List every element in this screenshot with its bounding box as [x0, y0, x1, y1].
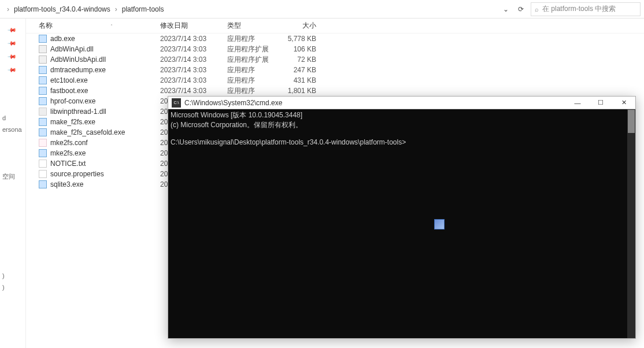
file-row[interactable]: fastboot.exe2023/7/14 3:03应用程序1,801 KB — [26, 86, 644, 96]
file-row[interactable]: dmtracedump.exe2023/7/14 3:03应用程序247 KB — [26, 65, 644, 75]
file-icon — [39, 108, 47, 116]
file-row[interactable]: adb.exe2023/7/14 3:03应用程序5,778 KB — [26, 34, 644, 44]
file-name: mke2fs.exe — [50, 149, 86, 157]
file-icon — [39, 35, 47, 43]
file-size: 5,778 KB — [280, 35, 316, 43]
file-date: 2023/7/14 3:03 — [160, 87, 227, 95]
file-name: hprof-conv.exe — [50, 97, 96, 105]
file-size: 72 KB — [280, 55, 316, 64]
refresh-icon[interactable]: ⟳ — [518, 5, 524, 13]
cmd-title: C:\Windows\System32\cmd.exe — [184, 99, 566, 107]
cmd-output[interactable]: Microsoft Windows [版本 10.0.19045.3448] (… — [168, 109, 635, 338]
file-name-cell: NOTICE.txt — [39, 160, 160, 168]
scrollbar[interactable] — [627, 109, 635, 338]
dropdown-icon[interactable]: ⌄ — [503, 5, 509, 13]
file-name: sqlite3.exe — [50, 180, 83, 188]
file-icon — [39, 128, 47, 136]
file-name: make_f2fs_casefold.exe — [50, 128, 125, 136]
file-icon — [39, 170, 47, 178]
col-type[interactable]: 类型 — [227, 21, 280, 31]
maximize-button[interactable]: ☐ — [589, 97, 612, 109]
file-name-cell: make_f2fs.exe — [39, 118, 160, 126]
file-name: etc1tool.exe — [50, 76, 88, 84]
file-date: 2023/7/14 3:03 — [160, 55, 227, 64]
file-size: 431 KB — [280, 76, 316, 84]
close-button[interactable]: ✕ — [612, 97, 635, 109]
file-name-cell: libwinpthread-1.dll — [39, 108, 160, 116]
file-icon — [39, 180, 47, 188]
minimize-button[interactable]: — — [566, 97, 589, 109]
file-date: 2023/7/14 3:03 — [160, 76, 227, 84]
file-name: fastboot.exe — [50, 87, 88, 95]
file-name: make_f2fs.exe — [50, 118, 95, 126]
file-row[interactable]: AdbWinUsbApi.dll2023/7/14 3:03应用程序扩展72 K… — [26, 54, 644, 65]
file-date: 2023/7/14 3:03 — [160, 66, 227, 74]
side-label: ) — [0, 270, 25, 282]
file-type: 应用程序 — [227, 86, 280, 96]
file-name: libwinpthread-1.dll — [50, 108, 106, 116]
file-type: 应用程序扩展 — [227, 45, 280, 54]
file-icon — [39, 66, 47, 74]
file-icon — [39, 149, 47, 157]
chevron-right-icon: › — [5, 5, 12, 13]
col-date[interactable]: 修改日期 — [160, 21, 227, 31]
file-name: adb.exe — [50, 35, 75, 43]
scrollbar-thumb[interactable] — [628, 110, 635, 133]
file-name-cell: dmtracedump.exe — [39, 66, 160, 74]
file-size: 247 KB — [280, 66, 316, 74]
file-type: 应用程序 — [227, 65, 280, 75]
address-bar: › platform-tools_r34.0.4-windows › platf… — [0, 0, 644, 18]
file-name-cell: sqlite3.exe — [39, 180, 160, 188]
file-name: source.properties — [50, 170, 104, 178]
file-date: 2023/7/14 3:03 — [160, 45, 227, 53]
file-name: AdbWinApi.dll — [50, 45, 94, 53]
file-row[interactable]: etc1tool.exe2023/7/14 3:03应用程序431 KB — [26, 75, 644, 86]
cmd-window[interactable]: C:\ C:\Windows\System32\cmd.exe — ☐ ✕ Mi… — [168, 96, 636, 339]
file-name: AdbWinUsbApi.dll — [50, 55, 106, 64]
file-date: 2023/7/14 3:03 — [160, 35, 227, 43]
cmd-icon: C:\ — [172, 98, 181, 108]
file-name-cell: make_f2fs_casefold.exe — [39, 128, 160, 136]
side-panel: 📌 📌 📌 📌 d ersona 空间 ) ) — [0, 18, 26, 348]
side-label: 空间 — [0, 170, 25, 183]
file-name-cell: fastboot.exe — [39, 87, 160, 95]
file-name-cell: source.properties — [39, 170, 160, 178]
breadcrumb-current[interactable]: platform-tools — [120, 5, 166, 13]
file-name: dmtracedump.exe — [50, 66, 106, 74]
file-icon — [39, 55, 47, 64]
file-icon — [39, 118, 47, 126]
file-icon — [39, 97, 47, 105]
col-size[interactable]: 大小 — [280, 21, 316, 31]
breadcrumb[interactable]: › platform-tools_r34.0.4-windows › platf… — [0, 5, 496, 13]
search-placeholder: 在 platform-tools 中搜索 — [542, 4, 616, 14]
side-label: ) — [0, 282, 25, 293]
breadcrumb-parent[interactable]: platform-tools_r34.0.4-windows — [12, 5, 113, 13]
search-icon: ⌕ — [535, 6, 539, 13]
column-headers: 名称˄ 修改日期 类型 大小 — [26, 18, 644, 34]
file-type: 应用程序 — [227, 34, 280, 44]
col-name[interactable]: 名称˄ — [39, 21, 160, 31]
file-name-cell: mke2fs.exe — [39, 149, 160, 157]
file-type: 应用程序扩展 — [227, 55, 280, 65]
file-name: NOTICE.txt — [50, 160, 86, 168]
file-row[interactable]: AdbWinApi.dll2023/7/14 3:03应用程序扩展106 KB — [26, 44, 644, 54]
file-type: 应用程序 — [227, 76, 280, 86]
cmd-titlebar[interactable]: C:\ C:\Windows\System32\cmd.exe — ☐ ✕ — [168, 97, 635, 109]
search-input[interactable]: ⌕ 在 platform-tools 中搜索 — [531, 2, 641, 16]
file-icon — [39, 139, 47, 147]
file-name-cell: AdbWinUsbApi.dll — [39, 55, 160, 64]
file-name-cell: mke2fs.conf — [39, 139, 160, 147]
file-name: mke2fs.conf — [50, 139, 88, 147]
file-icon — [39, 87, 47, 95]
file-icon — [39, 76, 47, 84]
file-icon — [39, 45, 47, 53]
file-name-cell: hprof-conv.exe — [39, 97, 160, 105]
sort-indicator-icon: ˄ — [110, 24, 113, 29]
file-name-cell: etc1tool.exe — [39, 76, 160, 84]
chevron-right-icon: › — [113, 5, 120, 13]
file-icon — [39, 160, 47, 168]
file-size: 106 KB — [280, 45, 316, 53]
cursor-icon — [434, 219, 445, 229]
file-size: 1,801 KB — [280, 87, 316, 95]
file-name-cell: adb.exe — [39, 35, 160, 43]
